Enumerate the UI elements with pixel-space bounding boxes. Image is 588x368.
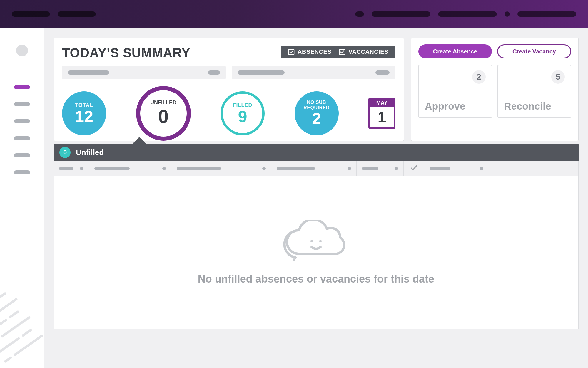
stat-total[interactable]: TOTAL 12 — [62, 91, 106, 135]
filter-input-2[interactable] — [232, 66, 395, 79]
placeholder-dot — [480, 167, 483, 170]
stat-unfilled-value: 0 — [158, 106, 169, 127]
summary-card: TODAY’S SUMMARY ABSENCES VACCANCIES — [54, 38, 404, 141]
calendar-month: MAY — [370, 99, 394, 107]
placeholder-bar — [59, 167, 73, 170]
placeholder-dot — [348, 167, 351, 170]
stat-nosub-label1: NO SUB — [307, 100, 326, 105]
filter-input-1[interactable] — [62, 66, 226, 79]
stat-nosub-value: 2 — [312, 110, 321, 127]
table-column[interactable] — [54, 161, 89, 176]
placeholder-dot — [262, 167, 266, 170]
placeholder-bar — [517, 11, 576, 17]
tile-reconcile-count: 5 — [551, 70, 565, 84]
placeholder-bar — [355, 11, 364, 17]
tile-approve[interactable]: 2 Approve — [418, 65, 492, 118]
stat-unfilled-label: UNFILLED — [150, 100, 176, 106]
actions-card: Create Absence Create Vacancy 2 Approve … — [411, 38, 579, 141]
create-absence-label: Create Absence — [433, 48, 477, 55]
placeholder-dot — [80, 167, 83, 170]
create-vacancy-label: Create Vacancy — [512, 48, 556, 55]
checkbox-checked-icon — [288, 49, 295, 55]
stat-unfilled[interactable]: UNFILLED 0 — [136, 86, 191, 141]
nav-item[interactable] — [14, 119, 30, 123]
summary-title: TODAY’S SUMMARY — [62, 46, 190, 60]
topbar — [0, 0, 588, 28]
empty-state-message: No unfilled absences or vacancies for th… — [198, 273, 434, 285]
create-vacancy-button[interactable]: Create Vacancy — [497, 44, 571, 58]
stat-filled[interactable]: FILLED 9 — [220, 91, 265, 135]
table-column[interactable] — [357, 161, 404, 176]
stat-total-value: 12 — [75, 108, 93, 125]
svg-point-2 — [293, 258, 295, 261]
placeholder-bar — [177, 167, 221, 170]
tile-approve-label: Approve — [425, 100, 465, 112]
nav-item[interactable] — [14, 170, 30, 174]
tab-header-unfilled: 0 Unfilled — [54, 144, 579, 161]
placeholder-bar — [438, 11, 497, 17]
placeholder-bar — [372, 11, 430, 17]
empty-state: No unfilled absences or vacancies for th… — [54, 176, 579, 329]
table-column-empty — [489, 161, 578, 176]
calendar-day: 1 — [370, 107, 394, 127]
tile-reconcile-label: Reconcile — [504, 100, 551, 112]
summary-toggles: ABSENCES VACCANCIES — [281, 46, 395, 58]
table-column[interactable] — [424, 161, 489, 176]
nav-item[interactable] — [14, 153, 30, 157]
table-columns — [54, 161, 579, 176]
create-absence-button[interactable]: Create Absence — [418, 44, 492, 58]
placeholder-bar — [58, 11, 96, 17]
placeholder-bar — [94, 167, 130, 170]
topbar-left-placeholder — [12, 11, 96, 17]
topbar-right-placeholder — [355, 11, 576, 17]
sidebar — [0, 28, 44, 368]
checkbox-checked-icon — [339, 49, 345, 55]
svg-point-4 — [319, 240, 322, 242]
stat-filled-value: 9 — [238, 108, 247, 125]
placeholder-bar — [208, 70, 220, 75]
nav-item[interactable] — [14, 136, 30, 140]
placeholder-bar — [68, 70, 109, 75]
table-column[interactable] — [171, 161, 271, 176]
date-calendar[interactable]: MAY 1 — [368, 98, 395, 129]
svg-point-3 — [310, 240, 313, 242]
placeholder-bar — [12, 11, 50, 17]
placeholder-bar — [375, 70, 390, 75]
stat-no-sub-required[interactable]: NO SUB REQUIRED 2 — [295, 91, 339, 135]
table-column[interactable] — [89, 161, 171, 176]
toggle-absences[interactable]: ABSENCES — [288, 48, 331, 55]
table-column-check[interactable] — [404, 161, 424, 176]
toggle-vacancies-label: VACCANCIES — [348, 48, 388, 55]
tile-reconcile[interactable]: 5 Reconcile — [497, 65, 571, 118]
main-content: TODAY’S SUMMARY ABSENCES VACCANCIES — [44, 28, 588, 368]
placeholder-bar — [362, 167, 378, 170]
placeholder-bar — [430, 167, 450, 170]
table-column[interactable] — [271, 161, 357, 176]
checkmark-icon — [410, 164, 418, 173]
placeholder-dot — [162, 167, 166, 170]
tile-approve-count: 2 — [472, 70, 486, 84]
tab-badge: 0 — [59, 147, 71, 158]
toggle-vacancies[interactable]: VACCANCIES — [339, 48, 388, 55]
tab-title: Unfilled — [76, 148, 104, 157]
nav-item[interactable] — [14, 102, 30, 106]
toggle-absences-label: ABSENCES — [298, 48, 331, 55]
cloud-icon — [282, 220, 350, 264]
placeholder-bar — [277, 167, 315, 170]
avatar[interactable] — [16, 45, 28, 56]
placeholder-dot — [505, 11, 510, 17]
placeholder-dot — [395, 167, 398, 170]
placeholder-bar — [238, 70, 285, 75]
nav-item-active[interactable] — [14, 85, 30, 89]
